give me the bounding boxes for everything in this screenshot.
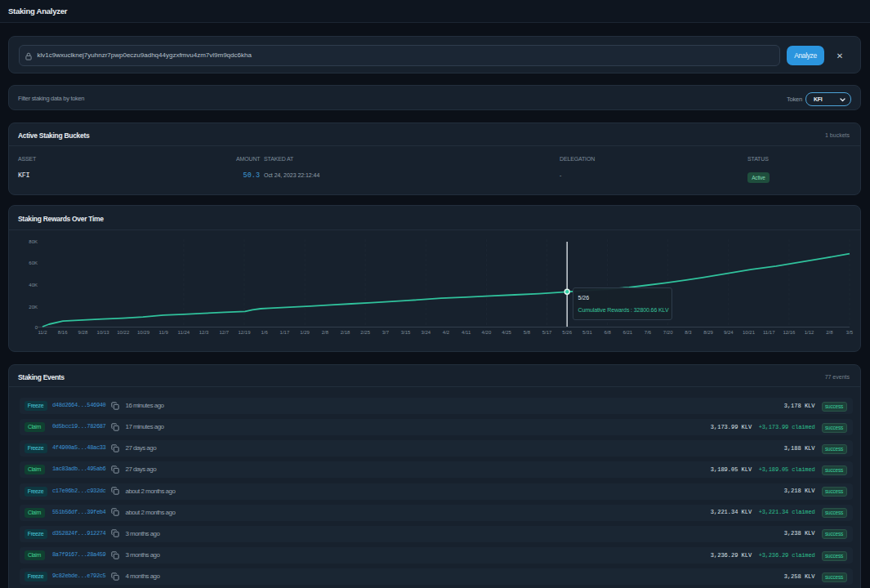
svg-text:8/29: 8/29 <box>703 330 713 335</box>
svg-text:9/28: 9/28 <box>78 330 88 335</box>
svg-text:6/21: 6/21 <box>622 330 632 335</box>
svg-text:4/11: 4/11 <box>462 330 471 335</box>
svg-text:6/8: 6/8 <box>604 330 611 335</box>
svg-text:11/24: 11/24 <box>178 330 190 335</box>
svg-text:20K: 20K <box>29 305 38 310</box>
svg-text:3/24: 3/24 <box>421 330 431 335</box>
svg-text:1/6: 1/6 <box>261 330 269 335</box>
svg-text:11/2: 11/2 <box>38 330 47 335</box>
svg-text:80K: 80K <box>29 239 38 244</box>
svg-text:12/16: 12/16 <box>783 330 796 335</box>
svg-text:10/29: 10/29 <box>137 330 150 335</box>
svg-text:1/17: 1/17 <box>280 330 290 335</box>
svg-text:12/7: 12/7 <box>219 330 229 335</box>
svg-text:9/24: 9/24 <box>724 330 734 335</box>
svg-text:2/8: 2/8 <box>826 330 833 335</box>
svg-text:60K: 60K <box>29 261 38 265</box>
svg-text:4/2: 4/2 <box>443 330 450 335</box>
svg-text:12/3: 12/3 <box>199 330 209 335</box>
svg-text:4/25: 4/25 <box>502 330 511 335</box>
svg-text:3/5: 3/5 <box>846 330 854 335</box>
svg-text:3/7: 3/7 <box>382 330 390 335</box>
svg-text:3/15: 3/15 <box>401 330 411 335</box>
svg-text:5/17: 5/17 <box>542 330 552 335</box>
svg-text:4/20: 4/20 <box>482 330 492 335</box>
svg-text:11/9: 11/9 <box>159 330 169 335</box>
svg-text:10/21: 10/21 <box>743 330 756 335</box>
svg-text:12/19: 12/19 <box>238 330 251 335</box>
svg-text:5/26: 5/26 <box>562 330 572 335</box>
svg-text:7/20: 7/20 <box>663 330 673 335</box>
svg-text:11/17: 11/17 <box>763 330 775 335</box>
svg-text:1/29: 1/29 <box>300 330 310 335</box>
svg-text:5/31: 5/31 <box>582 330 592 335</box>
svg-text:40K: 40K <box>29 283 38 287</box>
svg-text:2/18: 2/18 <box>341 330 350 335</box>
svg-text:8/3: 8/3 <box>685 330 692 335</box>
svg-text:1/12: 1/12 <box>805 330 814 335</box>
svg-text:10/13: 10/13 <box>97 330 110 335</box>
svg-text:10/22: 10/22 <box>117 330 130 335</box>
svg-text:2/8: 2/8 <box>322 330 329 335</box>
svg-text:5/8: 5/8 <box>524 330 531 335</box>
svg-text:8/16: 8/16 <box>58 330 68 335</box>
svg-text:7/6: 7/6 <box>645 330 652 335</box>
svg-text:2/25: 2/25 <box>360 330 370 335</box>
